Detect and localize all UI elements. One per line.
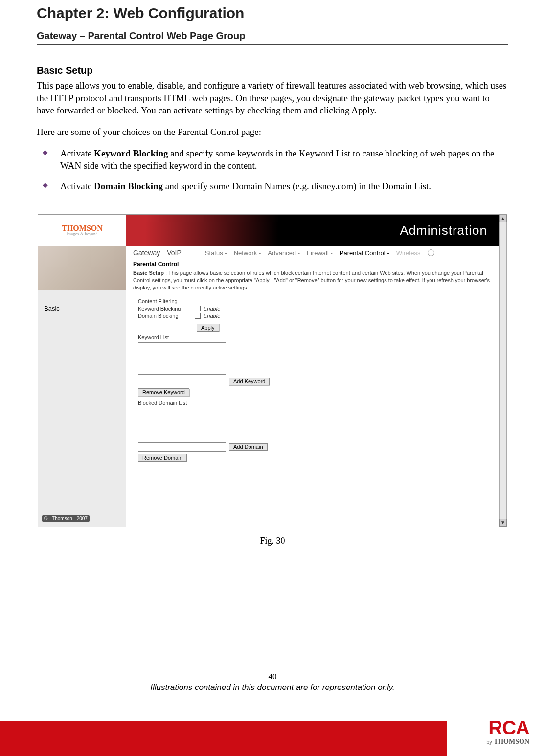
scroll-down-icon[interactable]: ▼ bbox=[499, 519, 507, 527]
keyword-listbox[interactable] bbox=[138, 342, 226, 375]
add-domain-button[interactable]: Add Domain bbox=[229, 443, 268, 451]
sidebar-photo bbox=[38, 246, 126, 290]
logo-tagline: images & beyond bbox=[67, 232, 98, 236]
enable-label: Enable bbox=[204, 313, 220, 319]
sidebar-item-basic[interactable]: Basic bbox=[38, 290, 126, 315]
page-footer: 40 Illustrations contained in this docum… bbox=[0, 672, 545, 692]
tab-voip[interactable]: VoIP bbox=[167, 249, 182, 257]
keyword-list-label: Keyword List bbox=[138, 334, 492, 340]
banner-title: Administration bbox=[126, 215, 507, 246]
domain-blocking-label: Domain Blocking bbox=[138, 313, 192, 319]
sidebar: Basic © - Thomson - 2007 bbox=[38, 246, 126, 527]
add-keyword-button[interactable]: Add Keyword bbox=[229, 378, 270, 385]
brand-strip: RCA by THOMSON bbox=[0, 702, 545, 756]
refresh-icon[interactable] bbox=[428, 249, 434, 256]
divider bbox=[37, 44, 508, 45]
tab-status[interactable]: Status - bbox=[205, 249, 227, 257]
basic-setup-description: Basic Setup : This page allows basic sel… bbox=[126, 268, 499, 296]
keyword-blocking-label: Keyword Blocking bbox=[138, 306, 192, 311]
footer-note: Illustrations contained in this document… bbox=[0, 683, 545, 692]
apply-button[interactable]: Apply bbox=[197, 324, 219, 332]
chapter-title: Chapter 2: Web Configuration bbox=[37, 5, 508, 22]
section-title: Gateway – Parental Control Web Page Grou… bbox=[37, 30, 508, 42]
tab-network[interactable]: Network - bbox=[234, 249, 261, 257]
parental-control-heading: Parental Control bbox=[126, 259, 499, 268]
intro-paragraph: This page allows you to enable, disable,… bbox=[37, 79, 508, 117]
domain-input[interactable] bbox=[138, 442, 226, 452]
desc-label: Basic Setup bbox=[133, 270, 164, 276]
banner: THOMSON images & beyond Administration bbox=[38, 215, 507, 246]
bullet-keyword-blocking: Activate Keyword Blocking and specify so… bbox=[51, 147, 508, 172]
tab-advanced[interactable]: Advanced - bbox=[268, 249, 300, 257]
scrollbar-track[interactable] bbox=[499, 222, 507, 519]
tab-parental-control[interactable]: Parental Control - bbox=[340, 249, 389, 257]
remove-domain-button[interactable]: Remove Domain bbox=[138, 454, 187, 462]
keyword-blocking-checkbox[interactable] bbox=[195, 306, 201, 311]
tab-firewall[interactable]: Firewall - bbox=[307, 249, 333, 257]
content-filtering-label: Content Filtering bbox=[138, 298, 178, 304]
desc-sep: : bbox=[164, 270, 168, 276]
rca-text: RCA bbox=[486, 718, 529, 737]
choices-lead: Here are some of your choices on the Par… bbox=[37, 126, 508, 138]
main-panel: Gateway VoIP Status - Network - Advanced… bbox=[126, 246, 499, 527]
tab-wireless[interactable]: Wireless bbox=[396, 249, 421, 257]
bullet-text: Activate bbox=[60, 148, 94, 158]
tab-gateway[interactable]: Gateway bbox=[133, 249, 160, 257]
sidebar-copyright: © - Thomson - 2007 bbox=[42, 515, 90, 522]
subhead-basic-setup: Basic Setup bbox=[37, 65, 508, 76]
blocked-domain-list-label: Blocked Domain List bbox=[138, 400, 492, 406]
domain-listbox[interactable] bbox=[138, 408, 226, 440]
figure-caption: Fig. 30 bbox=[37, 536, 508, 546]
thomson-text: THOMSON bbox=[494, 738, 529, 745]
brand-red-bar bbox=[0, 721, 545, 756]
bullet-domain-blocking: Activate Domain Blocking and specify som… bbox=[51, 180, 508, 193]
bullet-bold: Domain Blocking bbox=[94, 181, 163, 191]
bullet-text: and specify some Domain Names (e.g. disn… bbox=[163, 181, 431, 191]
remove-keyword-button[interactable]: Remove Keyword bbox=[138, 388, 189, 396]
page-number: 40 bbox=[0, 672, 545, 682]
enable-label: Enable bbox=[204, 306, 220, 311]
desc-text: This page allows basic selection of rule… bbox=[133, 270, 490, 290]
thomson-logo: THOMSON images & beyond bbox=[38, 215, 126, 246]
tabs-row: Gateway VoIP Status - Network - Advanced… bbox=[126, 246, 499, 259]
by-text: by bbox=[486, 739, 494, 745]
bullet-text: Activate bbox=[60, 181, 94, 191]
embedded-screenshot: ▲ ▼ THOMSON images & beyond Administrati… bbox=[38, 214, 507, 527]
keyword-input[interactable] bbox=[138, 377, 226, 386]
logo-text: THOMSON bbox=[62, 224, 103, 232]
rca-logo: RCA by THOMSON bbox=[486, 718, 529, 745]
bullet-bold: Keyword Blocking bbox=[94, 148, 168, 158]
domain-blocking-checkbox[interactable] bbox=[195, 313, 201, 319]
scroll-up-icon[interactable]: ▲ bbox=[499, 215, 507, 222]
